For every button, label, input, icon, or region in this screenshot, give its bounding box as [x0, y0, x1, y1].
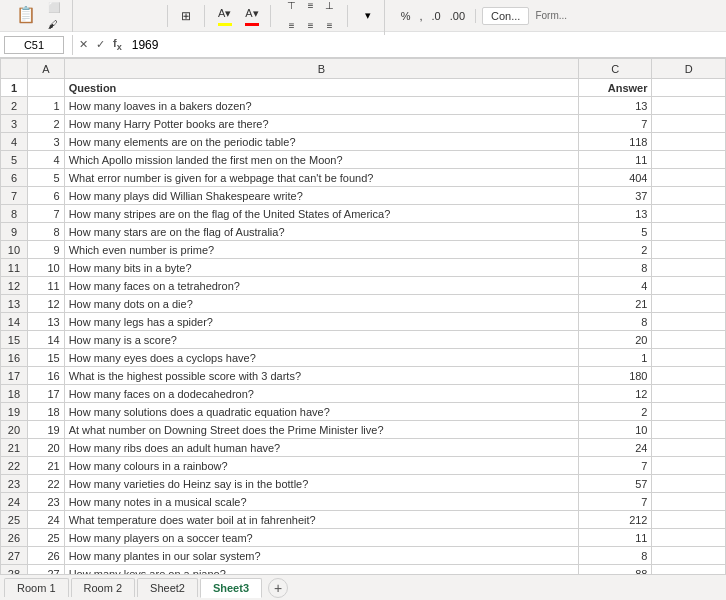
align-middle-button[interactable]: ≡: [302, 0, 320, 15]
cell-1c[interactable]: Answer: [579, 79, 652, 97]
cell-c[interactable]: 7: [579, 457, 652, 475]
tab-sheet3[interactable]: Sheet3: [200, 578, 262, 598]
cell-a[interactable]: 9: [27, 241, 64, 259]
cell-d[interactable]: [652, 367, 726, 385]
cell-c[interactable]: 2: [579, 241, 652, 259]
cell-c[interactable]: 10: [579, 421, 652, 439]
cell-b[interactable]: How many players on a soccer team?: [64, 529, 578, 547]
font-color-button[interactable]: A▾: [240, 5, 263, 22]
cell-a[interactable]: 19: [27, 421, 64, 439]
cell-a[interactable]: 1: [27, 97, 64, 115]
cell-d[interactable]: [652, 205, 726, 223]
cell-a[interactable]: 14: [27, 331, 64, 349]
cell-c[interactable]: 2: [579, 403, 652, 421]
cell-d[interactable]: [652, 133, 726, 151]
tab-room2[interactable]: Room 2: [71, 578, 136, 597]
cell-d[interactable]: [652, 511, 726, 529]
cell-b[interactable]: How many ribs does an adult human have?: [64, 439, 578, 457]
cell-b[interactable]: Which Apollo mission landed the first me…: [64, 151, 578, 169]
col-header-c[interactable]: C: [579, 59, 652, 79]
function-icon[interactable]: fx: [111, 37, 124, 52]
cell-a[interactable]: 21: [27, 457, 64, 475]
col-header-a[interactable]: A: [27, 59, 64, 79]
cell-d[interactable]: [652, 241, 726, 259]
formula-input[interactable]: [128, 36, 722, 54]
cell-d[interactable]: [652, 151, 726, 169]
cell-c[interactable]: 8: [579, 313, 652, 331]
cell-b[interactable]: How many colours in a rainbow?: [64, 457, 578, 475]
cell-d[interactable]: [652, 421, 726, 439]
cell-c[interactable]: 37: [579, 187, 652, 205]
cell-a[interactable]: 15: [27, 349, 64, 367]
copy-button[interactable]: ⬜: [44, 0, 66, 15]
cell-b[interactable]: How many solutions does a quadratic equa…: [64, 403, 578, 421]
cell-b[interactable]: How many plantes in our solar system?: [64, 547, 578, 565]
cell-a[interactable]: 24: [27, 511, 64, 529]
cell-a[interactable]: 13: [27, 313, 64, 331]
cell-a[interactable]: 20: [27, 439, 64, 457]
cell-d[interactable]: [652, 349, 726, 367]
cell-c[interactable]: 7: [579, 115, 652, 133]
cell-c[interactable]: 20: [579, 331, 652, 349]
tab-room1[interactable]: Room 1: [4, 578, 69, 597]
align-center-button[interactable]: ≡: [302, 17, 320, 35]
cell-d[interactable]: [652, 475, 726, 493]
fill-color-button[interactable]: A▾: [213, 5, 236, 22]
cell-c[interactable]: 21: [579, 295, 652, 313]
cell-d[interactable]: [652, 529, 726, 547]
cell-b[interactable]: What temperature does water boil at in f…: [64, 511, 578, 529]
add-sheet-button[interactable]: +: [268, 578, 288, 598]
cell-d[interactable]: [652, 493, 726, 511]
col-header-b[interactable]: B: [64, 59, 578, 79]
format-painter-button[interactable]: 🖌: [44, 17, 66, 32]
cell-d[interactable]: [652, 97, 726, 115]
cell-a[interactable]: 26: [27, 547, 64, 565]
cell-a[interactable]: 8: [27, 223, 64, 241]
cell-c[interactable]: 1: [579, 349, 652, 367]
continue-button[interactable]: Con...: [482, 7, 529, 25]
align-bottom-button[interactable]: ⊥: [321, 0, 339, 15]
tab-sheet2[interactable]: Sheet2: [137, 578, 198, 597]
confirm-formula-icon[interactable]: ✓: [94, 38, 107, 51]
cell-d[interactable]: [652, 295, 726, 313]
cell-d[interactable]: [652, 223, 726, 241]
cell-c[interactable]: 57: [579, 475, 652, 493]
cell-a[interactable]: 16: [27, 367, 64, 385]
cell-c[interactable]: 24: [579, 439, 652, 457]
cell-c[interactable]: 8: [579, 259, 652, 277]
cell-c[interactable]: 212: [579, 511, 652, 529]
cancel-formula-icon[interactable]: ✕: [77, 38, 90, 51]
cell-d[interactable]: [652, 331, 726, 349]
cell-1d[interactable]: [652, 79, 726, 97]
cell-c[interactable]: 180: [579, 367, 652, 385]
cell-b[interactable]: How many legs has a spider?: [64, 313, 578, 331]
cell-b[interactable]: How many faces on a dodecahedron?: [64, 385, 578, 403]
percent-button[interactable]: %: [397, 9, 415, 23]
cell-a[interactable]: 4: [27, 151, 64, 169]
cell-a[interactable]: 23: [27, 493, 64, 511]
comma-button[interactable]: ,: [415, 9, 426, 23]
cell-d[interactable]: [652, 169, 726, 187]
cell-d[interactable]: [652, 277, 726, 295]
cell-d[interactable]: [652, 547, 726, 565]
cell-a[interactable]: 6: [27, 187, 64, 205]
merge-center-button[interactable]: ▾: [356, 7, 378, 24]
align-top-button[interactable]: ⊤: [283, 0, 301, 15]
cell-b[interactable]: How many stars are on the flag of Austra…: [64, 223, 578, 241]
align-right-button[interactable]: ≡: [321, 17, 339, 35]
cell-b[interactable]: How many varieties do Heinz say is in th…: [64, 475, 578, 493]
cell-b[interactable]: How many eyes does a cyclops have?: [64, 349, 578, 367]
cell-c[interactable]: 11: [579, 529, 652, 547]
cell-b[interactable]: How many Harry Potter books are there?: [64, 115, 578, 133]
cell-b[interactable]: What error number is given for a webpage…: [64, 169, 578, 187]
cell-c[interactable]: 404: [579, 169, 652, 187]
cell-a[interactable]: 12: [27, 295, 64, 313]
cell-c[interactable]: 7: [579, 493, 652, 511]
cell-b[interactable]: How many is a score?: [64, 331, 578, 349]
cell-c[interactable]: 8: [579, 547, 652, 565]
cell-b[interactable]: How many stripes are on the flag of the …: [64, 205, 578, 223]
cell-b[interactable]: How many loaves in a bakers dozen?: [64, 97, 578, 115]
cell-d[interactable]: [652, 439, 726, 457]
cell-b[interactable]: How many elements are on the periodic ta…: [64, 133, 578, 151]
cell-c[interactable]: 13: [579, 205, 652, 223]
